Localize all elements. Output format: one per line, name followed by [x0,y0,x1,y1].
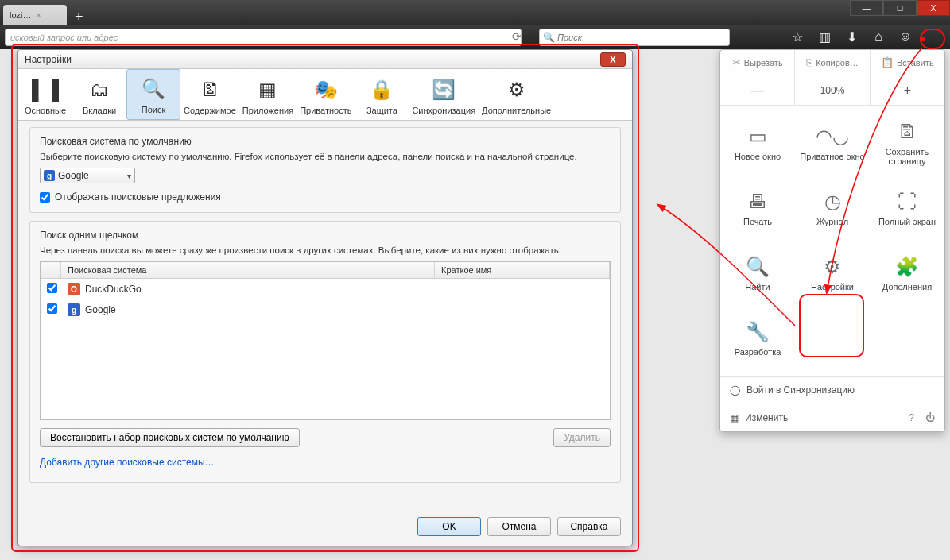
suggestions-checkbox-row[interactable]: Отображать поисковые предложения [40,191,611,203]
engine-row[interactable]: ODuckDuckGo [41,279,610,299]
menu-item-label: Разработка [735,347,781,357]
bookmark-star-icon[interactable]: ☆ [789,29,805,44]
tab-label: Защита [366,106,397,115]
bookmarks-list-icon[interactable]: ▥ [816,29,832,44]
search-icon: 🔍 [746,255,770,279]
restore-defaults-button[interactable]: Восстановить набор поисковых систем по у… [40,428,300,447]
menu-item-label: Полный экран [878,217,936,226]
settings-tab-lock[interactable]: 🔒Защита [355,69,409,120]
sync-signin-row[interactable]: ◯ Войти в Синхронизацию [720,376,944,404]
wrench-icon: 🔧 [746,320,770,344]
power-icon[interactable]: ⏻ [925,412,935,423]
menu-item-printer[interactable]: 🖶Печать [720,176,795,241]
menu-item-window[interactable]: ▭Новое окно [720,110,795,176]
settings-tab-apps[interactable]: ▦Приложения [239,69,297,120]
clock-icon: ◷ [824,190,841,214]
engine-row[interactable]: gGoogle [41,299,610,320]
help-button[interactable]: Справка [557,517,621,536]
menu-item-label: Дополнения [882,282,932,292]
tab-label: Поиск [142,105,165,114]
dialog-body: Поисковая система по умолчанию Выберите … [18,121,632,508]
browser-tab[interactable]: lozi… × [3,5,67,25]
settings-tab-magnifier[interactable]: 🔍Поиск [126,69,180,120]
dialog-titlebar: Настройки X [18,50,632,69]
edit-row: ✂Вырезать ⎘Копиров… 📋Вставить [720,50,944,75]
delete-engine-button[interactable]: Удалить [553,428,611,447]
new-tab-button[interactable]: + [68,9,90,25]
fullscreen-icon: ⛶ [898,190,917,214]
settings-tab-privacy[interactable]: 🎭Приватность [297,69,355,120]
menu-item-search[interactable]: 🔍Найти [720,241,795,306]
help-icon[interactable]: ? [909,412,914,423]
reload-icon[interactable]: ⟳ [509,30,525,43]
dialog-close-button[interactable]: X [600,52,626,67]
sync-label: Войти в Синхронизацию [746,384,855,396]
downloads-icon[interactable]: ⬇ [843,29,859,44]
hamburger-menu-button[interactable] [925,29,942,46]
menu-item-label: Настройки [811,282,854,292]
engine-table-header: Поисковая система Краткое имя [41,262,610,279]
switch-icon: ▌▐ [32,77,59,102]
paste-button[interactable]: 📋Вставить [871,50,944,75]
settings-tab-tabs[interactable]: 🗂Вкладки [72,69,126,120]
suggestions-label: Отображать поисковые предложения [55,191,221,203]
smiley-icon[interactable]: ☺ [898,29,913,44]
menu-item-gear[interactable]: ⚙Настройки [795,241,870,306]
menu-item-label: Новое окно [735,152,781,161]
chevron-down-icon: ▾ [127,172,131,180]
search-icon: 🔍 [543,32,555,43]
menu-item-page[interactable]: 🖺Сохранить страницу [870,110,944,176]
col-short-name: Краткое имя [435,262,610,278]
menu-item-fullscreen[interactable]: ⛶Полный экран [870,176,944,241]
zoom-out-button[interactable]: — [720,75,795,105]
tab-close-icon[interactable]: × [37,10,41,20]
engine-checkbox[interactable] [47,283,57,293]
copy-button[interactable]: ⎘Копиров… [795,50,870,75]
window-close[interactable]: X [917,0,950,16]
cut-button[interactable]: ✂Вырезать [720,50,795,75]
customize-row[interactable]: ▦ Изменить ? ⏻ [720,404,944,431]
menu-item-mask[interactable]: ◠◡Приватное окно [795,110,870,176]
settings-tab-switch[interactable]: ▌▐Основные [18,69,72,120]
zoom-in-button[interactable]: + [871,75,944,105]
advanced-gear-icon: ⚙ [508,77,525,102]
menu-grid: ▭Новое окно◠◡Приватное окно🖺Сохранить ст… [720,106,944,376]
ok-button[interactable]: OK [417,517,481,536]
sync-icon: ◯ [730,384,740,396]
window-maximize[interactable]: □ [883,0,917,16]
tab-label: Приватность [300,106,351,115]
url-input[interactable] [5,29,522,46]
engine-checkbox[interactable] [47,303,57,314]
dialog-footer-buttons: OK Отмена Справка [18,508,632,546]
tab-label: Основные [25,106,66,115]
group-desc: Выберите поисковую систему по умолчанию.… [40,152,611,161]
default-engine-select[interactable]: g Google ▾ [40,168,135,183]
tab-label: Приложения [242,106,293,115]
menu-item-label: Найти [745,282,770,292]
magnifier-icon: 🔍 [142,76,165,102]
tab-label: Содержимое [184,106,236,115]
engine-shortname [435,288,610,291]
menu-item-clock[interactable]: ◷Журнал [795,176,870,241]
suggestions-checkbox[interactable] [40,192,50,203]
window-minimize[interactable]: — [850,0,883,16]
paste-icon: 📋 [881,56,894,68]
cancel-button[interactable]: Отмена [487,517,551,536]
zoom-row: — 100% + [720,75,944,106]
menu-item-wrench[interactable]: 🔧Разработка [720,306,795,371]
home-icon[interactable]: ⌂ [871,29,886,44]
settings-tab-advanced-gear[interactable]: ⚙Дополнительные [479,69,554,120]
search-input[interactable] [539,29,730,46]
scissors-icon: ✂ [732,56,741,68]
lock-icon: 🔒 [370,77,394,102]
settings-tab-content[interactable]: 🖻Содержимое [180,69,239,120]
add-engines-link[interactable]: Добавить другие поисковые системы… [40,457,215,468]
customize-label: Изменить [745,412,788,423]
default-search-group: Поисковая система по умолчанию Выберите … [29,127,621,213]
oneclick-search-group: Поиск одним щелчком Через панель поиска … [29,221,621,483]
selected-engine-label: Google [58,170,89,181]
zoom-level[interactable]: 100% [795,75,870,105]
menu-item-puzzle[interactable]: 🧩Дополнения [870,241,944,306]
engine-name: DuckDuckGo [85,284,142,295]
settings-tab-sync[interactable]: 🔄Синхронизация [409,69,479,120]
